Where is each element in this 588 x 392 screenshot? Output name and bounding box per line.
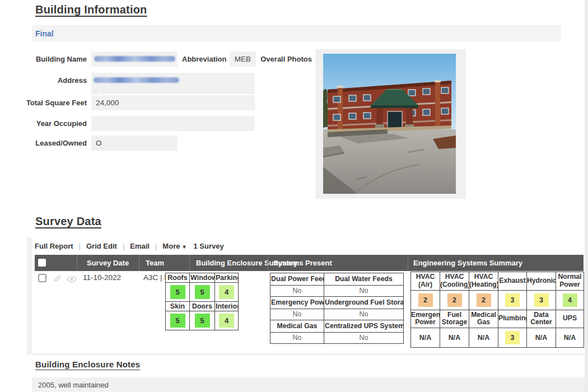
scrollbar-track[interactable] bbox=[585, 0, 588, 392]
grid-edit-button[interactable]: Grid Edit bbox=[86, 242, 117, 250]
score-chip: 5 bbox=[170, 285, 185, 299]
survey-date-cell: 11-10-2022 bbox=[83, 273, 121, 282]
score-chip: 4 bbox=[563, 293, 577, 307]
view-icon[interactable] bbox=[67, 276, 77, 283]
col-engineering: Engineering Systems Summary bbox=[413, 255, 522, 271]
engineering-summary-table: HVAC (Air) HVAC (Cooling) HVAC (Heating)… bbox=[410, 272, 584, 348]
engineering-header: Fuel Storage bbox=[440, 310, 469, 328]
address-field[interactable]: . bbox=[91, 73, 255, 94]
engineering-score-cell: N/A bbox=[469, 328, 498, 348]
engineering-header: Emergency Power bbox=[411, 310, 440, 328]
survey-toolbar: Full Report | Grid Edit | Email | More▾ … bbox=[35, 237, 584, 255]
enclosure-score-cell: 4 bbox=[215, 311, 239, 330]
systems-header: Underground Fuel Storage bbox=[324, 297, 404, 309]
enclosure-score-cell: 5 bbox=[166, 311, 190, 330]
score-chip: 3 bbox=[505, 293, 520, 307]
systems-value: No bbox=[324, 309, 404, 320]
engineering-header: HVAC (Cooling) bbox=[440, 272, 469, 291]
col-systems: Systems Present bbox=[273, 255, 332, 271]
status-bar: Final bbox=[32, 25, 561, 41]
score-chip: 5 bbox=[170, 314, 185, 328]
select-all-checkbox[interactable] bbox=[38, 259, 46, 267]
enclosure-notes-value: 2005, well maintained bbox=[32, 381, 109, 389]
systems-header: Emergency Power bbox=[270, 297, 324, 309]
engineering-header: Data Center bbox=[527, 310, 556, 328]
col-survey-date: Survey Date bbox=[87, 255, 129, 271]
systems-present-table: Dual Power Feeds Dual Water Feeds No No … bbox=[270, 273, 404, 344]
leased-owned-label: Leased/Owned bbox=[0, 136, 87, 151]
engineering-header: Exhaust bbox=[498, 272, 527, 291]
enclosure-header: Interior bbox=[215, 302, 239, 311]
building-information-heading[interactable]: Building Information bbox=[35, 3, 147, 16]
systems-value: No bbox=[324, 286, 404, 297]
status-label: Final bbox=[35, 29, 54, 38]
systems-header: Dual Power Feeds bbox=[270, 273, 324, 286]
header-divider bbox=[77, 255, 77, 271]
address-line2: . bbox=[95, 82, 97, 97]
email-button[interactable]: Email bbox=[130, 242, 150, 250]
edit-icon[interactable] bbox=[53, 274, 62, 283]
survey-data-heading[interactable]: Survey Data bbox=[35, 215, 101, 228]
engineering-header: Normal Power bbox=[556, 272, 584, 291]
header-divider bbox=[268, 255, 268, 271]
survey-table-header: Survey Date Team Building Enclosure Summ… bbox=[35, 255, 584, 271]
building-enclosure-notes-heading[interactable]: Building Enclosure Notes bbox=[35, 360, 140, 369]
survey-table-gutter bbox=[27, 237, 32, 354]
engineering-header: Hydronics bbox=[527, 272, 556, 291]
engineering-score-cell: N/A bbox=[440, 328, 469, 348]
engineering-score-cell: N/A bbox=[556, 328, 584, 348]
engineering-header: Medical Gas bbox=[469, 310, 498, 328]
enclosure-header: Parking bbox=[215, 273, 239, 283]
year-occupied-value bbox=[91, 119, 96, 128]
address-label: Address bbox=[0, 73, 87, 88]
engineering-score-cell: 3 bbox=[527, 290, 556, 310]
engineering-header: HVAC (Heating) bbox=[469, 272, 498, 291]
more-button[interactable]: More▾ bbox=[162, 242, 185, 250]
leased-owned-field[interactable]: O bbox=[91, 136, 178, 151]
redacted-building-name bbox=[94, 56, 175, 62]
leased-owned-value: O bbox=[91, 139, 102, 147]
systems-header: Dual Water Feeds bbox=[324, 273, 404, 286]
engineering-header: HVAC (Air) bbox=[411, 272, 440, 291]
score-chip: 3 bbox=[505, 331, 520, 344]
systems-value: No bbox=[270, 286, 324, 297]
engineering-score-cell: 2 bbox=[440, 290, 469, 310]
engineering-score-cell: N/A bbox=[527, 328, 556, 348]
page: Building Information Final Building Name… bbox=[0, 0, 588, 392]
systems-value: No bbox=[270, 309, 324, 320]
enclosure-notes-field[interactable]: 2005, well maintained bbox=[32, 377, 586, 392]
systems-header: Medical Gas bbox=[270, 320, 324, 333]
total-square-feet-field[interactable]: 24,000 bbox=[91, 95, 255, 110]
survey-row: 11-10-2022 A3C | IMEG Roofs Window Parki… bbox=[35, 271, 584, 354]
chevron-down-icon: ▾ bbox=[183, 244, 185, 250]
score-chip: N/A bbox=[563, 331, 577, 344]
toolbar-separator: | bbox=[155, 242, 157, 250]
enclosure-score-cell: 5 bbox=[190, 311, 215, 330]
engineering-score-cell: 3 bbox=[498, 290, 527, 310]
header-divider bbox=[189, 255, 190, 271]
score-chip: N/A bbox=[477, 331, 491, 344]
header-divider bbox=[408, 255, 408, 271]
score-chip: 2 bbox=[447, 293, 462, 307]
score-chip: 2 bbox=[418, 293, 433, 307]
score-chip: N/A bbox=[534, 331, 549, 344]
header-divider bbox=[139, 255, 139, 271]
enclosure-header: Window bbox=[190, 273, 215, 283]
score-chip: 4 bbox=[219, 314, 234, 328]
enclosure-summary-table: Roofs Window Parking 5 5 4 Skin Doors In… bbox=[165, 273, 239, 330]
enclosure-header: Skin bbox=[166, 302, 190, 311]
photo-thumbnail[interactable] bbox=[315, 49, 466, 199]
year-occupied-field[interactable] bbox=[91, 116, 255, 131]
full-report-button[interactable]: Full Report bbox=[35, 242, 73, 250]
row-checkbox[interactable] bbox=[38, 274, 46, 282]
building-name-field[interactable] bbox=[91, 52, 178, 67]
systems-header: Centralized UPS System bbox=[324, 320, 404, 333]
engineering-header: UPS bbox=[556, 310, 584, 328]
score-chip: 5 bbox=[195, 285, 210, 299]
engineering-score-cell: 3 bbox=[498, 328, 527, 348]
abbreviation-label: Abbreviation bbox=[182, 52, 226, 67]
score-chip: N/A bbox=[447, 331, 462, 344]
building-photo-image bbox=[323, 54, 456, 194]
engineering-score-cell: 2 bbox=[411, 290, 440, 310]
total-square-feet-label: Total Square Feet bbox=[0, 95, 87, 110]
